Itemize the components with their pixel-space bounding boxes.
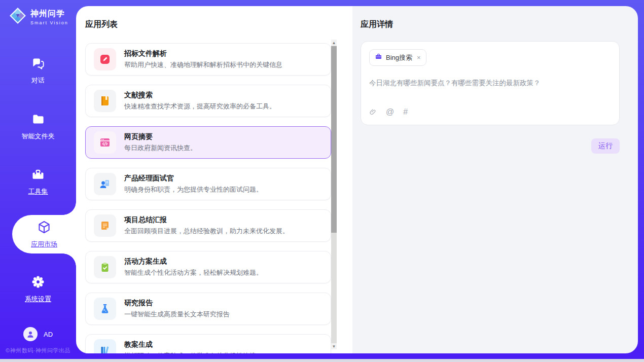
- run-row: 运行: [361, 138, 620, 154]
- app-detail-title: 应用详情: [361, 19, 620, 30]
- interview-icon: [94, 173, 116, 195]
- doc-edit-icon: [94, 48, 116, 70]
- folder-icon: [31, 113, 45, 128]
- prompt-input[interactable]: 今日湖北有哪些新闻要点？有哪些需要关注的最新政策？: [369, 79, 611, 88]
- sidebar-item-2[interactable]: 工具集: [0, 162, 76, 201]
- gear-icon: [31, 275, 45, 291]
- app-card-text: 教案生成模板驱动，教案秒成，教学准备从此轻松快捷: [124, 340, 256, 353]
- scrollbar-thumb[interactable]: [331, 46, 337, 233]
- brand-name: 神州问学: [30, 9, 68, 19]
- app-card-description: 模板驱动，教案秒成，教学准备从此轻松快捷: [124, 351, 256, 353]
- sidebar-item-4[interactable]: 系统设置: [0, 270, 76, 308]
- tool-tag-label: Bing搜索: [386, 53, 412, 62]
- cube-icon: [37, 220, 51, 236]
- sidebar: 神州问学 Smart Vision 对话智能文件夹工具集应用市场系统设置 AD …: [0, 0, 76, 360]
- attachment-icon[interactable]: [369, 108, 377, 117]
- brand-logo: 神州问学 Smart Vision: [9, 7, 68, 26]
- app-card-description: 一键智能生成高质量长文本研究报告: [124, 310, 230, 319]
- clipboard-icon: [94, 256, 116, 278]
- tool-tag-bing-search[interactable]: Bing搜索 ×: [369, 49, 426, 66]
- app-card-description: 每日政府新闻资讯快查。: [124, 143, 197, 153]
- app-card-description: 全面回顾项目进展，总结经验教训，助力未来优化发展。: [124, 227, 289, 236]
- books-icon: [94, 339, 116, 353]
- sidebar-item-label: 工具集: [28, 187, 48, 196]
- note-icon: [94, 214, 116, 237]
- web-code-icon: [94, 131, 116, 154]
- scroll-up-arrow-icon[interactable]: ▲: [331, 40, 337, 46]
- app-card[interactable]: 教案生成模板驱动，教案秒成，教学准备从此轻松快捷: [85, 334, 331, 353]
- research-icon: [94, 298, 116, 320]
- mention-icon[interactable]: @: [386, 107, 394, 117]
- app-card-text: 项目总结汇报全面回顾项目进展，总结经验教训，助力未来优化发展。: [124, 215, 289, 236]
- app-card-title: 文献搜索: [124, 91, 276, 100]
- app-card-list: 招标文件解析帮助用户快速、准确地理解和解析招标书中的关键信息文献搜索快速精准查找…: [85, 43, 331, 353]
- toolbox-icon: [31, 167, 45, 184]
- main-content: 应用列表 招标文件解析帮助用户快速、准确地理解和解析招标书中的关键信息文献搜索快…: [76, 6, 638, 353]
- user-initials: AD: [44, 331, 53, 338]
- brand-subtitle: Smart Vision: [30, 20, 68, 25]
- app-card-title: 研究报告: [124, 299, 230, 308]
- book-icon: [94, 90, 116, 112]
- app-list-panel: 应用列表 招标文件解析帮助用户快速、准确地理解和解析招标书中的关键信息文献搜索快…: [76, 6, 352, 353]
- sidebar-item-label: 应用市场: [31, 240, 57, 249]
- app-window: 神州问学 Smart Vision 对话智能文件夹工具集应用市场系统设置 AD …: [0, 0, 644, 360]
- app-list-scrollbar[interactable]: ▲ ▼: [331, 40, 337, 349]
- app-card[interactable]: 文献搜索快速精准查找学术资源，提高研究效率的必备工具。: [85, 85, 331, 117]
- app-card-text: 文献搜索快速精准查找学术资源，提高研究效率的必备工具。: [124, 91, 276, 111]
- app-card[interactable]: 招标文件解析帮助用户快速、准确地理解和解析招标书中的关键信息: [85, 43, 331, 76]
- chat-icon: [31, 57, 45, 73]
- sidebar-item-label: 智能文件夹: [22, 132, 55, 141]
- brand-diamond-icon: [9, 7, 26, 26]
- sidebar-item-0[interactable]: 对话: [0, 52, 76, 90]
- app-card-title: 活动方案生成: [124, 257, 263, 266]
- sidebar-item-label: 系统设置: [25, 295, 51, 304]
- app-card-title: 项目总结汇报: [124, 215, 289, 225]
- bottom-strip: [0, 359, 644, 360]
- app-card[interactable]: 研究报告一键智能生成高质量长文本研究报告: [85, 293, 331, 325]
- app-list-title: 应用列表: [85, 19, 331, 30]
- app-card-description: 明确身份和职责，为您提供专业性的面试问题。: [124, 185, 263, 194]
- app-card[interactable]: 产品经理面试官明确身份和职责，为您提供专业性的面试问题。: [85, 168, 331, 200]
- hash-icon[interactable]: #: [403, 107, 408, 117]
- tag-close-icon[interactable]: ×: [417, 54, 421, 61]
- user-profile[interactable]: AD: [0, 327, 76, 341]
- app-card-title: 产品经理面试官: [124, 174, 263, 183]
- sidebar-item-label: 对话: [31, 76, 45, 85]
- app-card-text: 网页摘要每日政府新闻资讯快查。: [124, 132, 197, 153]
- app-card-text: 产品经理面试官明确身份和职责，为您提供专业性的面试问题。: [124, 174, 263, 194]
- copyright-footer: ©神州数码·神州问学出品: [0, 347, 76, 354]
- app-card-description: 帮助用户快速、准确地理解和解析招标书中的关键信息: [124, 60, 282, 69]
- app-card-description: 智能生成个性化活动方案，轻松解决规划难题。: [124, 268, 263, 277]
- app-card[interactable]: 活动方案生成智能生成个性化活动方案，轻松解决规划难题。: [85, 251, 331, 283]
- sidebar-item-3[interactable]: 应用市场: [12, 215, 76, 254]
- prompt-card: Bing搜索 × 今日湖北有哪些新闻要点？有哪些需要关注的最新政策？ @ #: [361, 41, 620, 125]
- app-card-title: 招标文件解析: [124, 49, 282, 58]
- app-card-title: 教案生成: [124, 340, 256, 349]
- briefcase-icon: [375, 53, 382, 62]
- scrollbar-track[interactable]: [331, 46, 337, 343]
- avatar: [23, 327, 38, 341]
- app-card[interactable]: 项目总结汇报全面回顾项目进展，总结经验教训，助力未来优化发展。: [85, 209, 331, 242]
- brand-text: 神州问学 Smart Vision: [30, 9, 68, 25]
- app-card[interactable]: 网页摘要每日政府新闻资讯快查。: [85, 126, 331, 159]
- app-card-text: 研究报告一键智能生成高质量长文本研究报告: [124, 299, 230, 319]
- app-card-description: 快速精准查找学术资源，提高研究效率的必备工具。: [124, 102, 276, 111]
- app-card-title: 网页摘要: [124, 132, 197, 141]
- prompt-toolbar: @ #: [369, 107, 611, 117]
- scroll-down-arrow-icon[interactable]: ▼: [331, 343, 337, 349]
- sidebar-item-1[interactable]: 智能文件夹: [0, 107, 76, 146]
- run-button[interactable]: 运行: [591, 138, 620, 154]
- app-card-text: 招标文件解析帮助用户快速、准确地理解和解析招标书中的关键信息: [124, 49, 282, 69]
- app-detail-panel: 应用详情 Bing搜索 × 今日湖北有哪些新闻要点？有哪些需要关注的最新政策？: [352, 6, 638, 353]
- app-card-text: 活动方案生成智能生成个性化活动方案，轻松解决规划难题。: [124, 257, 263, 277]
